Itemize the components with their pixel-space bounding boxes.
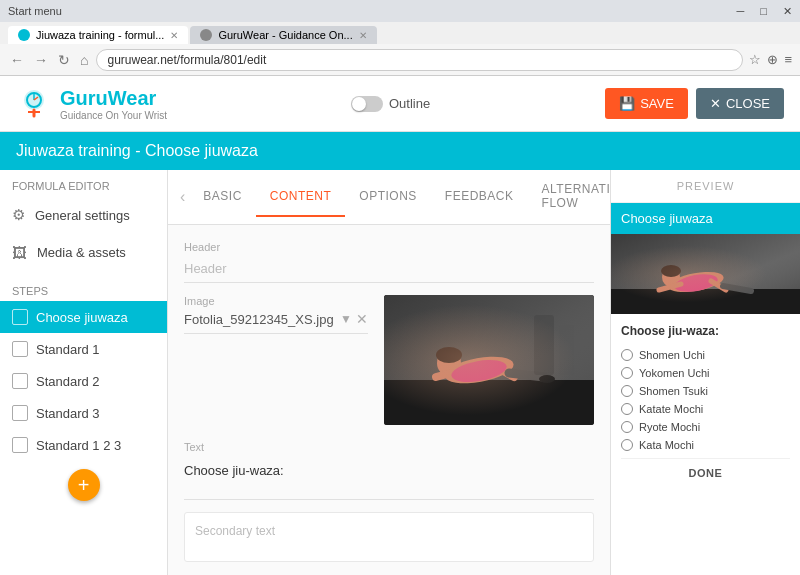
content-area: ‹ BASIC CONTENT OPTIONS FEEDBACK ALTERNA… <box>168 170 610 575</box>
sidebar-step-standard3[interactable]: Standard 3 <box>0 397 167 429</box>
header-input[interactable] <box>184 255 594 283</box>
browser-title: Start menu <box>8 5 62 17</box>
logo-area: GuruWear Guidance On Your Wrist <box>16 86 176 122</box>
tab-jiuwaza[interactable]: Jiuwaza training - formul... ✕ <box>8 26 188 44</box>
close-label: CLOSE <box>726 96 770 111</box>
back-button[interactable]: ← <box>8 50 26 70</box>
tab-basic[interactable]: BASIC <box>189 177 256 217</box>
option-label-1: Shomen Uchi <box>639 349 705 361</box>
add-step-button[interactable]: + <box>68 469 100 501</box>
option-label-6: Kata Mochi <box>639 439 694 451</box>
step-label-2: Standard 1 <box>36 342 100 357</box>
svg-line-26 <box>659 284 681 290</box>
maximize-icon[interactable]: □ <box>760 5 767 17</box>
secondary-text-field: Secondary text <box>184 512 594 562</box>
preview-option-5: Ryote Mochi <box>621 418 790 436</box>
svg-rect-18 <box>559 325 574 375</box>
form-content: Header Image Fotolia_59212345_XS.jpg ▼ ✕ <box>168 225 610 575</box>
image-select-value: Fotolia_59212345_XS.jpg <box>184 312 336 327</box>
step-label-1: Choose jiuwaza <box>36 310 128 325</box>
logo-name: GuruWear <box>60 87 167 110</box>
image-clear-btn[interactable]: ✕ <box>356 311 368 327</box>
close-window-icon[interactable]: ✕ <box>783 5 792 18</box>
preview-card: Choose jiuwaza <box>611 203 800 497</box>
radio-icon-1 <box>621 349 633 361</box>
fitness-image <box>384 295 594 425</box>
tab-close-icon2[interactable]: ✕ <box>359 30 367 41</box>
svg-point-11 <box>436 347 462 363</box>
header-field: Header <box>184 241 594 283</box>
tab-prev-button[interactable]: ‹ <box>176 180 189 214</box>
address-field[interactable]: guruwear.net/formula/801/edit <box>96 49 743 71</box>
close-button[interactable]: ✕ CLOSE <box>696 88 784 119</box>
url-text: guruwear.net/formula/801/edit <box>107 53 266 67</box>
radio-icon-6 <box>621 439 633 451</box>
save-label: SAVE <box>640 96 674 111</box>
image-icon: 🖼 <box>12 244 27 261</box>
preview-done[interactable]: DONE <box>621 458 790 487</box>
steps-label: Steps <box>0 275 167 301</box>
svg-rect-19 <box>611 234 800 314</box>
save-button[interactable]: 💾 SAVE <box>605 88 688 119</box>
outline-label: Outline <box>389 96 430 111</box>
svg-point-15 <box>539 375 555 383</box>
step-folder-icon-4 <box>12 405 28 421</box>
option-label-5: Ryote Mochi <box>639 421 700 433</box>
secondary-text-area[interactable]: Secondary text <box>184 512 594 562</box>
preview-option-4: Katate Mochi <box>621 400 790 418</box>
bookmark-icon[interactable]: ☆ <box>749 52 761 67</box>
tab-alternative-flow[interactable]: ALTERNATIVE FLOW <box>528 170 610 224</box>
minimize-icon[interactable]: ─ <box>737 5 745 17</box>
tab-close-icon[interactable]: ✕ <box>170 30 178 41</box>
extensions-icon[interactable]: ⊕ <box>767 52 778 67</box>
svg-line-27 <box>711 281 726 290</box>
header-actions: 💾 SAVE ✕ CLOSE <box>605 88 784 119</box>
toggle-switch[interactable] <box>351 96 383 112</box>
page-title: Jiuwaza training - Choose jiuwaza <box>16 142 258 159</box>
radio-icon-4 <box>621 403 633 415</box>
sidebar-step-choose-jiuwaza[interactable]: Choose jiuwaza <box>0 301 167 333</box>
svg-rect-17 <box>534 315 554 375</box>
text-input[interactable]: Choose jiu-waza: <box>184 457 594 500</box>
logo-icon <box>16 86 52 122</box>
forward-button[interactable]: → <box>32 50 50 70</box>
header-center: Outline <box>176 96 605 112</box>
logo-tagline: Guidance On Your Wrist <box>60 110 167 121</box>
step-folder-icon-2 <box>12 341 28 357</box>
logo-text: GuruWear Guidance On Your Wrist <box>60 87 167 121</box>
option-label-2: Yokomen Uchi <box>639 367 710 379</box>
svg-rect-8 <box>384 380 594 425</box>
browser-tabs: Jiuwaza training - formul... ✕ GuruWear … <box>0 22 800 44</box>
tab-favicon2 <box>200 29 212 41</box>
tab-guruwear[interactable]: GuruWear - Guidance On... ✕ <box>190 26 376 44</box>
option-label-4: Katate Mochi <box>639 403 703 415</box>
secondary-placeholder: Secondary text <box>195 524 275 538</box>
media-assets-label: Media & assets <box>37 245 126 260</box>
preview-card-header: Choose jiuwaza <box>611 203 800 234</box>
image-row: Image Fotolia_59212345_XS.jpg ▼ ✕ <box>184 295 594 425</box>
preview-option-6: Kata Mochi <box>621 436 790 454</box>
tab-options[interactable]: OPTIONS <box>345 177 431 217</box>
settings-icon[interactable]: ≡ <box>784 52 792 67</box>
sidebar-item-media-assets[interactable]: 🖼 Media & assets <box>0 234 167 271</box>
app-header: GuruWear Guidance On Your Wrist Outline … <box>0 76 800 132</box>
sidebar-step-standard123[interactable]: Standard 1 2 3 <box>0 429 167 461</box>
page-title-bar: Jiuwaza training - Choose jiuwaza <box>0 132 800 170</box>
general-settings-label: General settings <box>35 208 130 223</box>
svg-point-23 <box>662 267 680 287</box>
radio-icon-3 <box>621 385 633 397</box>
browser-action-icons: ☆ ⊕ ≡ <box>749 52 792 67</box>
home-button[interactable]: ⌂ <box>78 50 90 70</box>
svg-point-24 <box>661 265 681 277</box>
sidebar-step-standard2[interactable]: Standard 2 <box>0 365 167 397</box>
sidebar-step-standard1[interactable]: Standard 1 <box>0 333 167 365</box>
tab-feedback[interactable]: FEEDBACK <box>431 177 528 217</box>
image-dropdown-btn[interactable]: ▼ <box>340 312 352 326</box>
tab-content[interactable]: CONTENT <box>256 177 346 217</box>
svg-rect-21 <box>611 289 800 314</box>
outline-toggle-area[interactable]: Outline <box>351 96 430 112</box>
tab-favicon <box>18 29 30 41</box>
reload-button[interactable]: ↻ <box>56 50 72 70</box>
sidebar-item-general-settings[interactable]: ⚙ General settings <box>0 196 167 234</box>
main-layout: Formula editor ⚙ General settings 🖼 Medi… <box>0 170 800 575</box>
